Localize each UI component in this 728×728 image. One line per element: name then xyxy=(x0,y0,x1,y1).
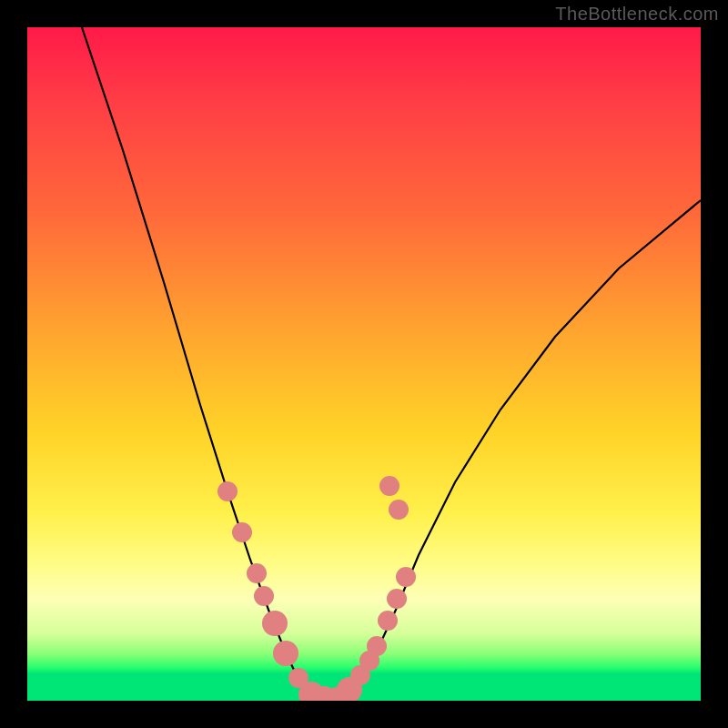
curve-marker xyxy=(378,611,398,631)
attribution-text: TheBottleneck.com xyxy=(555,4,719,25)
chart-frame: TheBottleneck.com xyxy=(0,0,728,728)
chart-plot-area xyxy=(27,27,701,701)
curve-marker xyxy=(396,567,416,587)
curve-marker xyxy=(254,586,274,606)
chart-svg xyxy=(27,27,701,701)
curve-marker xyxy=(387,589,407,609)
curve-marker xyxy=(389,500,409,520)
curve-marker xyxy=(217,481,238,501)
curve-marker xyxy=(367,636,387,656)
curve-marker xyxy=(262,611,288,636)
curve-markers xyxy=(217,476,416,701)
curve-marker xyxy=(247,563,267,583)
curve-marker xyxy=(232,522,252,542)
curve-marker xyxy=(379,476,399,496)
curve-marker xyxy=(273,641,298,666)
